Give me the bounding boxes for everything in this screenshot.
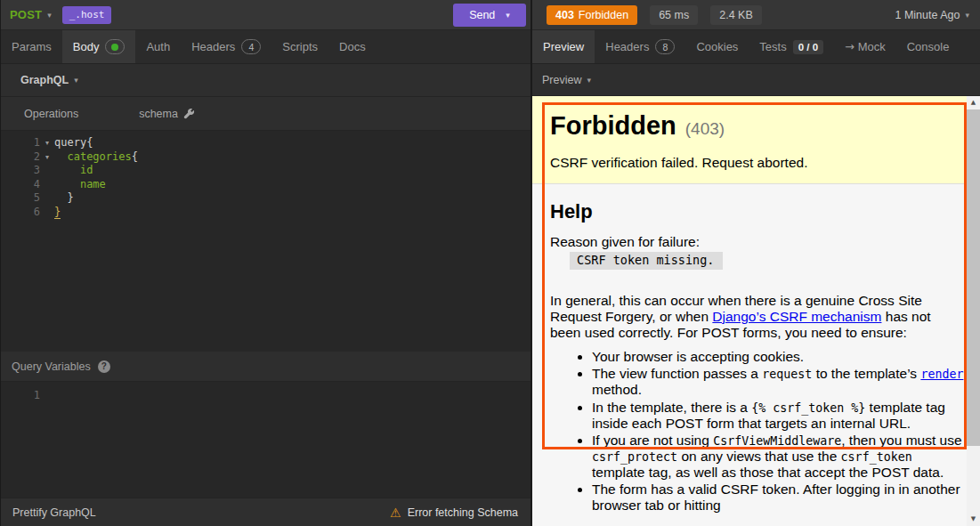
line-number: 3	[1, 164, 40, 178]
body-type-label: GraphQL	[20, 74, 69, 86]
status-reason: Forbidden	[579, 9, 628, 21]
scroll-down-icon[interactable]: ▼	[967, 513, 980, 526]
help-list-item: In the template, there is a {% csrf_toke…	[592, 400, 964, 432]
tab-headers-label: Headers	[191, 40, 235, 53]
response-preview: Forbidden(403) CSRF verification failed.…	[532, 96, 980, 526]
fold-caret-icon[interactable]: ▾	[40, 150, 54, 165]
response-tab-strip: Preview Headers 8 Cookies Tests 0 / 0 → …	[532, 30, 980, 64]
query-variables-editor[interactable]: 1	[1, 382, 530, 498]
inline-code: request	[762, 368, 812, 381]
code-line[interactable]: 3 id	[1, 164, 530, 178]
line-content: }	[54, 206, 61, 220]
tab-mock[interactable]: → Mock	[834, 30, 896, 63]
method-caret-icon: ▾	[47, 11, 52, 20]
body-type-dropdown[interactable]: GraphQL ▾	[1, 64, 530, 97]
tab-response-headers[interactable]: Headers 8	[595, 30, 685, 63]
graphql-query-editor[interactable]: 1▾query{2▾ categories{3 id4 name5 }6}	[1, 131, 530, 352]
send-caret-icon: ▾	[506, 11, 510, 20]
schema-menu-label: schema	[139, 108, 178, 120]
schema-menu[interactable]: schema	[130, 108, 204, 120]
send-button[interactable]: Send ▾	[453, 4, 526, 27]
tab-preview-label: Preview	[543, 40, 584, 53]
tab-operations[interactable]: Operations	[1, 108, 91, 120]
response-status-bar: 403 Forbidden 65 ms 2.4 KB 1 Minute Ago …	[532, 0, 980, 30]
fold-gutter	[40, 389, 54, 403]
code-line[interactable]: 6}	[1, 206, 530, 220]
tests-count-badge: 0 / 0	[793, 40, 823, 54]
prettify-button[interactable]: Prettify GraphQL	[1, 506, 108, 519]
inline-code: CsrfViewMiddleware	[713, 434, 841, 448]
fold-caret-icon[interactable]: ▾	[40, 136, 54, 150]
tab-auth[interactable]: Auth	[135, 30, 181, 63]
tab-tests[interactable]: Tests 0 / 0	[749, 30, 834, 63]
inline-code: csrf_protect	[592, 450, 677, 464]
status-code: 403	[555, 9, 574, 21]
response-history-dropdown[interactable]: 1 Minute Ago ▾	[895, 9, 970, 21]
history-caret-icon: ▾	[965, 11, 969, 20]
fold-gutter	[40, 178, 54, 192]
tab-mock-label: Mock	[858, 40, 886, 53]
line-number: 4	[1, 178, 40, 192]
mock-arrow-icon: →	[845, 40, 854, 53]
scrollbar-thumb[interactable]	[967, 109, 980, 446]
failure-reason-value: CSRF token missing.	[570, 252, 723, 270]
schema-error-notice[interactable]: ⚠ Error fetching Schema	[390, 506, 530, 520]
request-pane: POST ▾ _.host Send ▾ Params Body Auth He…	[0, 0, 530, 526]
body-type-caret-icon: ▾	[74, 76, 78, 85]
request-url-bar: POST ▾ _.host Send ▾	[1, 0, 530, 30]
help-list-item: The view function passes a request to th…	[592, 366, 964, 398]
tab-auth-label: Auth	[146, 40, 170, 53]
query-variables-title: Query Variables	[12, 360, 91, 373]
inline-code: csrf_token	[841, 450, 912, 464]
tab-scripts-label: Scripts	[282, 40, 318, 53]
tab-headers[interactable]: Headers 4	[181, 30, 271, 63]
error-page-help: Help Reason given for failure: CSRF toke…	[532, 183, 980, 526]
response-pane: 403 Forbidden 65 ms 2.4 KB 1 Minute Ago …	[532, 0, 980, 526]
tab-docs[interactable]: Docs	[328, 30, 377, 63]
code-line[interactable]: 4 name	[1, 178, 530, 192]
fold-gutter	[40, 191, 54, 206]
help-list-item: If you are not using CsrfViewMiddleware,…	[592, 433, 964, 481]
tab-cookies[interactable]: Cookies	[685, 30, 749, 63]
line-content: name	[54, 178, 106, 192]
help-link[interactable]: Django’s CSRF mechanism	[712, 309, 881, 324]
help-list: Your browser is accepting cookies.The vi…	[592, 349, 964, 514]
tab-response-headers-label: Headers	[605, 40, 649, 53]
code-line[interactable]: 5 }	[1, 191, 530, 206]
tab-scripts[interactable]: Scripts	[271, 30, 328, 63]
code-line[interactable]: 2▾ categories{	[1, 150, 530, 165]
response-size-badge: 2.4 KB	[710, 5, 762, 25]
headers-count-pill: 4	[241, 39, 261, 54]
line-number: 1	[1, 389, 40, 403]
error-summary-text: CSRF verification failed. Request aborte…	[550, 144, 962, 183]
code-line[interactable]: 1▾query{	[1, 136, 530, 150]
tab-params[interactable]: Params	[1, 30, 62, 63]
error-page-title: Forbidden(403)	[550, 110, 962, 144]
fold-gutter	[40, 164, 54, 178]
body-active-dot-icon	[111, 44, 118, 51]
scroll-up-icon[interactable]: ▲	[967, 96, 980, 109]
wrench-icon	[183, 108, 195, 119]
code-line[interactable]: 1	[1, 389, 530, 403]
tab-docs-label: Docs	[339, 40, 366, 53]
query-variables-header: Query Variables ?	[1, 352, 530, 382]
request-url-chip[interactable]: _.host	[62, 6, 112, 24]
preview-scrollbar[interactable]: ▲ ▼	[967, 96, 980, 526]
help-question-icon[interactable]: ?	[98, 360, 110, 373]
response-headers-count-pill: 8	[655, 39, 675, 54]
preview-mode-dropdown[interactable]: Preview ▾	[532, 64, 980, 96]
tab-body[interactable]: Body	[62, 30, 136, 63]
line-content: query{	[54, 136, 93, 150]
failure-reason-label: Reason given for failure:	[550, 234, 964, 250]
status-badge: 403 Forbidden	[547, 5, 637, 25]
method-dropdown[interactable]: POST	[10, 8, 42, 21]
tab-console[interactable]: Console	[896, 30, 960, 63]
help-list-item: The form has a valid CSRF token. After l…	[592, 481, 964, 514]
body-status-pill	[105, 39, 125, 54]
tab-preview[interactable]: Preview	[532, 30, 595, 63]
tab-tests-label: Tests	[759, 40, 786, 53]
response-history-label: 1 Minute Ago	[895, 9, 960, 21]
help-link[interactable]: render	[920, 366, 963, 381]
error-status-code: (403)	[685, 119, 725, 138]
api-client-window: POST ▾ _.host Send ▾ Params Body Auth He…	[0, 0, 980, 526]
